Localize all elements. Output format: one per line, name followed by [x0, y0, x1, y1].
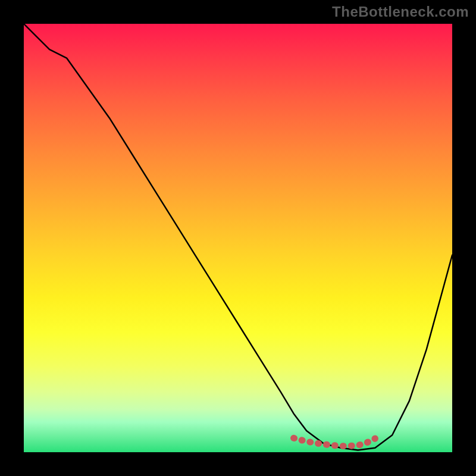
optimal-range-segment: [294, 438, 375, 446]
watermark-text: TheBottleneck.com: [332, 4, 469, 20]
bottleneck-curve: [24, 24, 452, 450]
chart-container: TheBottleneck.com: [0, 0, 476, 476]
curve-layer: [24, 24, 452, 452]
